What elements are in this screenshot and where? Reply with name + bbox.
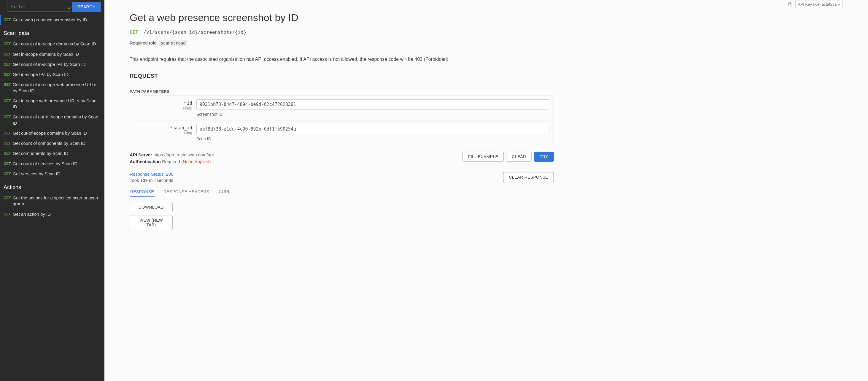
fill-example-button[interactable]: FILL EXAMPLE [463, 152, 504, 162]
sidebar-item-label: Get the actions for a specified scan or … [13, 195, 101, 207]
sidebar-item[interactable]: GETGet count of components by Scan ID [0, 138, 104, 148]
tab-response[interactable]: RESPONSE [130, 187, 155, 197]
param-name: id [187, 100, 192, 106]
method-badge: GET [4, 41, 11, 46]
view-new-tab-button[interactable]: VIEW (NEW TAB) [130, 215, 173, 230]
sidebar-item-label: Get count of in-scope IPs by Scan ID [13, 61, 86, 67]
sidebar-item-label: Get count of out-of-scope domains by Sca… [13, 114, 101, 126]
sidebar-item-label: Get in-scope IPs by Scan ID [13, 71, 68, 78]
response-status: Response Status: 200 [130, 171, 174, 177]
sidebar-item-label: Get in-scope domains by Scan ID [13, 51, 79, 57]
sidebar-item-label: Get count of components by Scan ID [13, 140, 86, 146]
sidebar-item-label: Get an action by ID [13, 211, 51, 217]
sidebar-item-label: Get services by Scan ID [13, 171, 61, 177]
method-badge: GET [4, 151, 11, 156]
method-badge: GET [4, 141, 11, 146]
tab-response-headers[interactable]: RESPONSE HEADERS [163, 187, 210, 197]
param-input-scan-id[interactable] [196, 124, 549, 134]
method-badge: GET [4, 162, 11, 166]
sidebar-item[interactable]: GETGet count of out-of-scope domains by … [0, 112, 104, 128]
response-time: Took 139 milliseconds [130, 177, 174, 183]
param-type: string [134, 130, 192, 135]
method-badge: GET [4, 82, 11, 87]
method-badge: GET [4, 52, 11, 57]
sidebar-item[interactable]: GETGet services by Scan ID [0, 169, 104, 179]
required-role: Required role: scans:read [130, 40, 554, 46]
try-button[interactable]: TRY [534, 152, 554, 162]
method-badge: GET [4, 172, 11, 176]
sidebar-item[interactable]: GETGet count of in-scope web presence UR… [0, 80, 104, 96]
endpoint-method: GET [130, 29, 138, 35]
api-key-input[interactable] [795, 1, 843, 8]
auth-label: Authentication [130, 159, 161, 164]
method-badge: GET [4, 131, 11, 136]
sidebar-item[interactable]: GETGet components by Scan ID [0, 148, 104, 158]
sidebar-item-screenshot[interactable]: GET Get a web presence screenshot by ID [0, 15, 104, 25]
method-badge: GET [4, 115, 11, 119]
param-type: string [134, 106, 192, 110]
lock-icon [787, 1, 793, 7]
param-description: Screenshot ID [196, 112, 549, 117]
endpoint-path: /v1/scans/{scan_id}/screenshots/{id} [144, 29, 247, 35]
auth-none-applied: (None Applied) [181, 159, 211, 164]
method-badge: GET [4, 196, 11, 200]
auth-required: Required [162, 159, 180, 164]
role-label: Required role: [130, 40, 157, 46]
sidebar-item-label: Get in-scope web presence URLs by Scan I… [13, 98, 101, 110]
param-row-scan-id: *scan_id string Scan ID [130, 120, 554, 145]
path-params-label: PATH PARAMETERS [130, 89, 554, 94]
method-badge: GET [4, 18, 11, 22]
sidebar-item-label: Get count of services by Scan ID [13, 161, 78, 167]
sidebar-item-label: Get count of in-scope web presence URLs … [13, 82, 101, 94]
param-row-id: *id string Screenshot ID [130, 96, 554, 120]
endpoint-line: GET /v1/scans/{scan_id}/screenshots/{id} [130, 29, 554, 35]
api-server-value: https://app.fractalscan.com/api [153, 152, 214, 157]
sidebar-item[interactable]: GETGet count of in-scope domains by Scan… [0, 39, 104, 49]
sidebar-item-label: Get out-of-scope domains by Scan ID [13, 130, 87, 136]
sidebar-item[interactable]: GETGet in-scope IPs by Scan ID [0, 69, 104, 80]
api-server-label: API Server [130, 152, 152, 157]
sidebar-item-label: Get count of in-scope domains by Scan ID [13, 41, 96, 47]
role-badge: scans:read [159, 40, 187, 46]
download-button[interactable]: DOWNLOAD [130, 202, 173, 212]
filter-input[interactable] [7, 2, 70, 11]
param-input-id[interactable] [196, 99, 549, 110]
sidebar-item[interactable]: GETGet out-of-scope domains by Scan ID [0, 128, 104, 138]
sidebar: ↵ SEARCH GET Get a web presence screensh… [0, 0, 104, 381]
sidebar-item[interactable]: GETGet an action by ID [0, 209, 104, 219]
main-content: Get a web presence screenshot by ID GET … [104, 0, 868, 381]
sidebar-item[interactable]: GETGet the actions for a specified scan … [0, 193, 104, 209]
sidebar-item[interactable]: GETGet count of in-scope IPs by Scan ID [0, 59, 104, 69]
method-badge: GET [4, 212, 11, 216]
sidebar-item[interactable]: GETGet count of services by Scan ID [0, 159, 104, 169]
tab-curl[interactable]: CURL [218, 187, 231, 197]
sidebar-item-label: Get a web presence screenshot by ID [13, 17, 87, 23]
request-heading: REQUEST [130, 73, 554, 79]
page-title: Get a web presence screenshot by ID [130, 12, 554, 24]
sidebar-item-label: Get components by Scan ID [13, 150, 68, 156]
param-table: *id string Screenshot ID *scan_id string [130, 95, 554, 145]
method-badge: GET [4, 98, 11, 103]
sidebar-section-actions: Actions [0, 179, 104, 193]
param-name: scan_id [174, 125, 192, 130]
method-badge: GET [4, 72, 11, 77]
search-button[interactable]: SEARCH [72, 2, 101, 12]
response-tabs: RESPONSE RESPONSE HEADERS CURL [130, 187, 554, 197]
method-badge: GET [4, 62, 11, 67]
required-indicator: * [184, 101, 185, 106]
svg-rect-0 [788, 4, 792, 6]
endpoint-description: This endpoint requires that the associat… [130, 56, 554, 63]
sidebar-section-scan-data: Scan_data [0, 25, 104, 39]
clear-response-button[interactable]: CLEAR RESPONSE [503, 172, 554, 182]
sidebar-item[interactable]: GETGet in-scope web presence URLs by Sca… [0, 96, 104, 112]
param-description: Scan ID [196, 137, 549, 141]
sidebar-item[interactable]: GETGet in-scope domains by Scan ID [0, 49, 104, 59]
required-indicator: * [170, 125, 172, 130]
clear-button[interactable]: CLEAR [506, 152, 532, 162]
